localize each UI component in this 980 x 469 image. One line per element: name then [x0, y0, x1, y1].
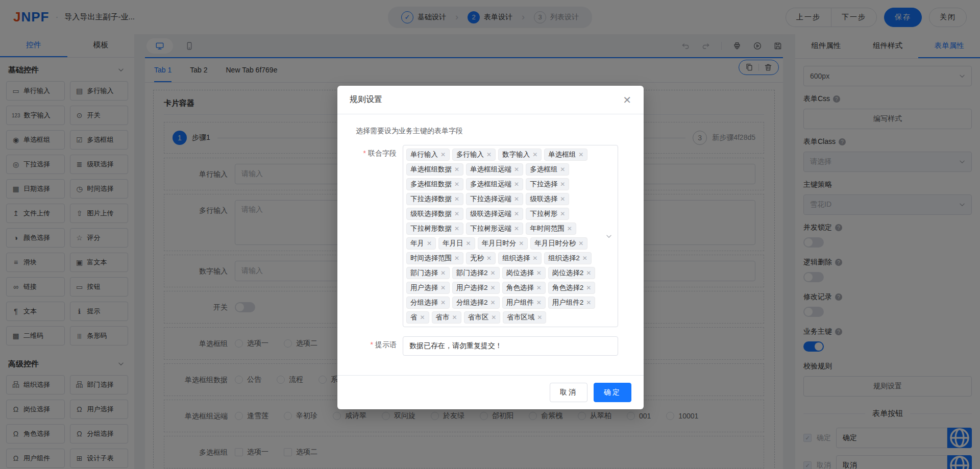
- union-field-tag[interactable]: 多选框组远端✕: [466, 178, 523, 190]
- tag-remove-icon[interactable]: ✕: [486, 255, 492, 262]
- union-field-tag[interactable]: 数字输入✕: [498, 149, 542, 161]
- union-field-tag[interactable]: 级联选择✕: [526, 193, 569, 205]
- union-field-tag[interactable]: 岗位选择2✕: [548, 267, 596, 279]
- tag-label: 时间选择范围: [410, 254, 452, 263]
- tag-remove-icon[interactable]: ✕: [440, 284, 446, 291]
- tag-remove-icon[interactable]: ✕: [491, 299, 496, 306]
- union-field-tag[interactable]: 分组选择✕: [406, 297, 450, 309]
- union-field-tag[interactable]: 角色选择2✕: [548, 282, 596, 294]
- tag-remove-icon[interactable]: ✕: [567, 225, 572, 232]
- chevron-down-icon: [604, 231, 614, 241]
- tag-remove-icon[interactable]: ✕: [440, 269, 446, 277]
- tag-remove-icon[interactable]: ✕: [536, 299, 542, 306]
- union-field-tag[interactable]: 用户选择2✕: [452, 282, 500, 294]
- union-field-tag[interactable]: 单选框组数据✕: [406, 163, 463, 176]
- union-field-tag[interactable]: 级联选择远端✕: [466, 208, 523, 220]
- tag-remove-icon[interactable]: ✕: [537, 314, 542, 321]
- tag-remove-icon[interactable]: ✕: [454, 255, 459, 262]
- union-field-tag[interactable]: 用户组件2✕: [548, 297, 596, 309]
- tag-remove-icon[interactable]: ✕: [536, 284, 542, 291]
- dialog-body: 选择需要设为业务主键的表单字段 联合字段 单行输入✕多行输入✕数字输入✕单选框组…: [337, 114, 644, 375]
- union-field-tag[interactable]: 下拉选择远端✕: [466, 193, 523, 205]
- tag-remove-icon[interactable]: ✕: [578, 240, 583, 247]
- union-field-tag[interactable]: 省✕: [406, 311, 429, 324]
- tag-remove-icon[interactable]: ✕: [491, 269, 496, 277]
- union-field-tag[interactable]: 分组选择2✕: [452, 297, 500, 309]
- union-field-label: 联合字段: [356, 145, 403, 327]
- tag-label: 单行输入: [410, 150, 438, 159]
- tag-remove-icon[interactable]: ✕: [486, 151, 492, 158]
- union-field-tag[interactable]: 下拉树形远端✕: [466, 223, 523, 235]
- tag-remove-icon[interactable]: ✕: [560, 166, 565, 173]
- union-field-tag[interactable]: 年月日时分秒✕: [530, 237, 587, 250]
- tag-remove-icon[interactable]: ✕: [514, 210, 519, 217]
- tag-remove-icon[interactable]: ✕: [514, 181, 519, 188]
- confirm-button[interactable]: 确定: [594, 383, 631, 402]
- union-field-tag[interactable]: 年月日✕: [438, 237, 475, 250]
- tag-remove-icon[interactable]: ✕: [454, 225, 459, 232]
- tag-remove-icon[interactable]: ✕: [560, 181, 565, 188]
- tag-remove-icon[interactable]: ✕: [532, 151, 537, 158]
- tag-remove-icon[interactable]: ✕: [560, 210, 565, 217]
- union-field-tag[interactable]: 组织选择2✕: [544, 252, 592, 264]
- tag-remove-icon[interactable]: ✕: [466, 240, 471, 247]
- union-field-tag[interactable]: 下拉选择数据✕: [406, 193, 463, 205]
- tag-remove-icon[interactable]: ✕: [454, 210, 459, 217]
- tag-remove-icon[interactable]: ✕: [536, 269, 542, 277]
- union-field-tag[interactable]: 下拉树形✕: [526, 208, 569, 220]
- tag-remove-icon[interactable]: ✕: [454, 181, 459, 188]
- union-field-tag[interactable]: 多选框组数据✕: [406, 178, 463, 190]
- tag-remove-icon[interactable]: ✕: [440, 299, 446, 306]
- tag-remove-icon[interactable]: ✕: [586, 269, 591, 277]
- union-field-tag[interactable]: 单行输入✕: [406, 149, 450, 161]
- union-field-tag[interactable]: 组织选择✕: [498, 252, 542, 264]
- tag-remove-icon[interactable]: ✕: [586, 299, 591, 306]
- union-field-tag[interactable]: 多行输入✕: [452, 149, 496, 161]
- tag-remove-icon[interactable]: ✕: [491, 314, 496, 321]
- union-field-tag[interactable]: 无秒✕: [466, 252, 496, 264]
- union-field-tag[interactable]: 年月日时分✕: [478, 237, 528, 250]
- union-field-tag[interactable]: 用户选择✕: [406, 282, 450, 294]
- union-field-tag[interactable]: 单选框组远端✕: [466, 163, 523, 176]
- tag-remove-icon[interactable]: ✕: [514, 166, 519, 173]
- tag-remove-icon[interactable]: ✕: [491, 284, 496, 291]
- tag-label: 数字输入: [502, 150, 530, 159]
- tag-remove-icon[interactable]: ✕: [454, 166, 459, 173]
- union-field-tag[interactable]: 多选框组✕: [526, 163, 569, 176]
- tag-remove-icon[interactable]: ✕: [420, 314, 425, 321]
- tag-remove-icon[interactable]: ✕: [440, 151, 446, 158]
- union-field-tag[interactable]: 省市区✕: [464, 311, 501, 324]
- tag-remove-icon[interactable]: ✕: [427, 240, 432, 247]
- tag-remove-icon[interactable]: ✕: [519, 240, 524, 247]
- union-field-tag[interactable]: 年月✕: [406, 237, 436, 250]
- cancel-button[interactable]: 取消: [550, 383, 587, 402]
- tag-remove-icon[interactable]: ✕: [578, 151, 583, 158]
- tag-remove-icon[interactable]: ✕: [454, 195, 459, 203]
- union-field-tag[interactable]: 省市区域✕: [503, 311, 546, 324]
- union-field-tag[interactable]: 省市✕: [432, 311, 461, 324]
- tag-remove-icon[interactable]: ✕: [452, 314, 457, 321]
- union-field-multiselect[interactable]: 单行输入✕多行输入✕数字输入✕单选框组✕单选框组数据✕单选框组远端✕多选框组✕多…: [403, 145, 618, 327]
- union-field-tag[interactable]: 岗位选择✕: [502, 267, 546, 279]
- tag-remove-icon[interactable]: ✕: [514, 225, 519, 232]
- union-field-tag[interactable]: 下拉树形数据✕: [406, 223, 463, 235]
- union-field-tag[interactable]: 角色选择✕: [502, 282, 546, 294]
- union-field-tag[interactable]: 用户组件✕: [502, 297, 546, 309]
- union-field-tag[interactable]: 年时间范围✕: [526, 223, 576, 235]
- close-icon[interactable]: ✕: [623, 95, 631, 105]
- union-field-tag[interactable]: 部门选择✕: [406, 267, 450, 279]
- union-field-tag[interactable]: 级联选择数据✕: [406, 208, 463, 220]
- tag-remove-icon[interactable]: ✕: [582, 255, 587, 262]
- tag-remove-icon[interactable]: ✕: [532, 255, 537, 262]
- union-field-tag[interactable]: 下拉选择✕: [526, 178, 569, 190]
- union-field-tag[interactable]: 单选框组✕: [544, 149, 587, 161]
- tag-label: 年月: [410, 239, 424, 248]
- tag-remove-icon[interactable]: ✕: [586, 284, 591, 291]
- union-field-tag[interactable]: 部门选择2✕: [452, 267, 500, 279]
- tip-message-input[interactable]: 数据已存在，请勿重复提交！: [403, 336, 618, 356]
- tag-label: 组织选择2: [548, 254, 580, 263]
- tag-remove-icon[interactable]: ✕: [560, 195, 565, 203]
- tag-label: 下拉树形远端: [470, 224, 511, 233]
- tag-remove-icon[interactable]: ✕: [514, 195, 519, 203]
- union-field-tag[interactable]: 时间选择范围✕: [406, 252, 463, 264]
